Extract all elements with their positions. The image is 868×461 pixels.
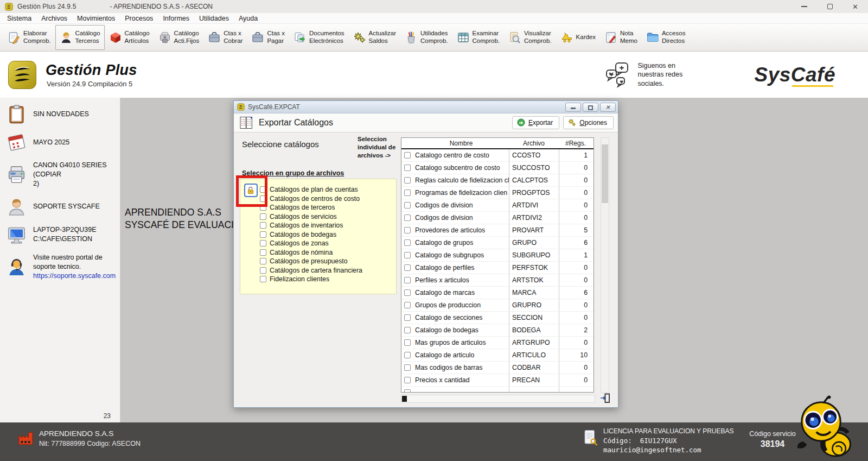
- toolbar-button-nota-memo[interactable]: NotaMemo: [600, 25, 642, 50]
- row-checkbox[interactable]: [404, 352, 411, 358]
- row-checkbox[interactable]: [404, 364, 411, 371]
- table-row[interactable]: Mas codigos de barrasCODBAR0: [401, 362, 593, 374]
- toolbar-button-visualizar-comprob[interactable]: VisualizarComprob.: [504, 25, 556, 50]
- toolbar-button-examinar-comprob[interactable]: ExaminarComprob.: [452, 25, 505, 50]
- row-checkbox[interactable]: [404, 152, 411, 159]
- table-row[interactable]: Perfiles x articulosARTSTOK0: [401, 274, 593, 287]
- row-checkbox[interactable]: [404, 327, 411, 333]
- column-archivo[interactable]: Archivo: [509, 138, 559, 148]
- table-row[interactable]: Precios x cantidadPRECAN0: [401, 374, 593, 387]
- row-checkbox[interactable]: [404, 339, 411, 346]
- menu-archivos[interactable]: Archivos: [36, 15, 72, 22]
- table-row[interactable]: Catalogo de gruposGRUPO6: [401, 237, 593, 249]
- row-checkbox[interactable]: [404, 289, 411, 296]
- row-checkbox[interactable]: [404, 264, 411, 271]
- table-row[interactable]: Reglas calculo de fidelizacion clCALCPTO…: [401, 174, 593, 187]
- dialog-close-button[interactable]: ✕: [600, 103, 616, 112]
- column-regs[interactable]: #Regs.: [559, 138, 592, 148]
- table-row[interactable]: Catalogo subcentro de costoSUCCOSTO0: [401, 162, 593, 174]
- toolbar-button-catalogo-terceros[interactable]: CatálogoTerceros: [55, 25, 105, 50]
- row-checkbox[interactable]: [404, 214, 411, 221]
- checkbox[interactable]: [260, 240, 266, 247]
- sidebar-item-portal[interactable]: Visite nuestro portal desoporte tecnico.…: [7, 253, 116, 281]
- machine-icon: [158, 31, 171, 44]
- group-checkbox-row-3[interactable]: Catálogos de terceros: [260, 203, 362, 212]
- row-checkbox[interactable]: [404, 177, 411, 184]
- toolbar-button-actualizar-saldos[interactable]: ActualizarSaldos: [349, 25, 401, 50]
- table-row[interactable]: Codigos de divisionARTDIVI20: [401, 212, 593, 224]
- row-checkbox[interactable]: [404, 252, 411, 258]
- row-checkbox[interactable]: [404, 165, 411, 171]
- checkbox[interactable]: [260, 276, 266, 282]
- table-row[interactable]: Catalogo centro de costoCCOSTO1: [401, 149, 593, 162]
- group-checkbox-row-8[interactable]: Catálogos de nómina: [260, 248, 362, 257]
- row-checkbox[interactable]: [404, 202, 411, 209]
- dialog-titlebar[interactable]: SysCafé.EXPCAT ✕: [234, 101, 618, 113]
- row-checkbox[interactable]: [404, 227, 411, 233]
- table-vertical-scrollbar[interactable]: [601, 137, 609, 393]
- table-row[interactable]: Catalogo de subgruposSUBGRUPO1: [401, 249, 593, 262]
- toolbar-button-catalogo-articulos[interactable]: CatálogoArtículos: [105, 25, 154, 50]
- column-nombre[interactable]: Nombre: [413, 140, 509, 147]
- group-checkbox-row-1[interactable]: Catálogos de plan de cuentas: [260, 185, 362, 194]
- dialog-minimize-button[interactable]: [565, 103, 581, 112]
- table-horizontal-scrollbar[interactable]: [401, 395, 595, 403]
- group-checkbox-row-6[interactable]: Catálogos de bodegas: [260, 230, 362, 239]
- table-row[interactable]: Programas de fidelizacion clienPROGPTOS0: [401, 187, 593, 199]
- opciones-button[interactable]: Opciones: [563, 116, 614, 129]
- row-checkbox[interactable]: [404, 190, 411, 196]
- checkbox[interactable]: [260, 258, 266, 264]
- group-checkbox-row-10[interactable]: Catálogos de cartera financiera: [260, 266, 362, 275]
- sidebar-item-label: MAYO 2025: [33, 138, 69, 147]
- toolbar-button-ctas-x-pagar[interactable]: Ctas xPagar: [247, 25, 289, 50]
- row-checkbox[interactable]: [404, 377, 411, 383]
- toolbar-button-ctas-x-cobrar[interactable]: Ctas xCobrar: [203, 25, 247, 50]
- exportar-button[interactable]: Exportar: [512, 116, 559, 129]
- menu-movimientos[interactable]: Movimientos: [72, 15, 120, 22]
- close-button[interactable]: ✕: [843, 0, 868, 13]
- row-checkbox[interactable]: [404, 302, 411, 308]
- row-checkbox[interactable]: [404, 314, 411, 321]
- table-row[interactable]: Grupos de produccionGRUPRO0: [401, 299, 593, 312]
- table-row[interactable]: Catalogo de articuloARTICULO10: [401, 349, 593, 362]
- table-row[interactable]: Catalogo de seccionesSECCION0: [401, 312, 593, 324]
- dialog-maximize-button[interactable]: [583, 103, 598, 112]
- sidebar-support-link[interactable]: https://soporte.syscafe.com: [33, 271, 116, 281]
- table-row[interactable]: Provedores de articulosPROVART5: [401, 224, 593, 237]
- toolbar-button-documentos-electronicos[interactable]: DocumentosElectrónicos: [289, 25, 349, 50]
- group-checkbox-row-4[interactable]: Catálogos de servicios: [260, 212, 362, 222]
- scrollbar-thumb[interactable]: [602, 144, 608, 203]
- maximize-button[interactable]: [817, 0, 843, 13]
- checkbox[interactable]: [260, 249, 266, 256]
- toolbar-button-catalogo-actifijos[interactable]: CatálogoActi.Fijos: [154, 25, 204, 50]
- table-row[interactable]: Codigos de divisionARTDIVI0: [401, 199, 593, 212]
- menu-sistema[interactable]: Sistema: [2, 15, 36, 22]
- table-row[interactable]: Catalogo de perfilesPERFSTOK0: [401, 262, 593, 274]
- toolbar-button-elaborar-comprob[interactable]: ElaborarComprob.: [3, 25, 55, 50]
- menu-utilidades[interactable]: Utilidades: [194, 15, 234, 22]
- group-checkbox-row-5[interactable]: Catálogos de inventarios: [260, 221, 362, 230]
- scrollbar-thumb[interactable]: [402, 396, 407, 402]
- checkbox[interactable]: [260, 222, 266, 229]
- group-checkbox-row-2[interactable]: Catálogos de centros de costo: [260, 194, 362, 204]
- menu-procesos[interactable]: Procesos: [120, 15, 158, 22]
- row-checkbox[interactable]: [404, 389, 411, 393]
- checkbox[interactable]: [260, 231, 266, 238]
- minimize-button[interactable]: [792, 0, 817, 13]
- toolbar-button-accesos-directos[interactable]: AccesosDirectos: [642, 25, 690, 50]
- exit-door-icon[interactable]: [599, 392, 611, 404]
- table-row[interactable]: Catalogo de bodegasBODEGA2: [401, 324, 593, 337]
- row-checkbox[interactable]: [404, 277, 411, 283]
- group-checkbox-row-11[interactable]: Fidelizacion clientes: [260, 275, 362, 284]
- menu-informes[interactable]: Informes: [158, 15, 194, 22]
- checkbox[interactable]: [260, 267, 266, 274]
- toolbar-button-utilidades-comprob[interactable]: UtilidadesComprob.: [400, 25, 452, 50]
- group-checkbox-row-9[interactable]: Catálogos de presupuesto: [260, 257, 362, 266]
- table-row[interactable]: Mas grupos de articulosARTGRUPO0: [401, 337, 593, 349]
- menu-ayuda[interactable]: Ayuda: [234, 15, 263, 22]
- table-row[interactable]: Catalogo de marcasMARCA6: [401, 287, 593, 299]
- group-checkbox-row-7[interactable]: Catálogos de zonas: [260, 239, 362, 248]
- checkbox[interactable]: [260, 213, 266, 220]
- row-checkbox[interactable]: [404, 239, 411, 246]
- toolbar-button-kardex[interactable]: Kardex: [556, 25, 600, 50]
